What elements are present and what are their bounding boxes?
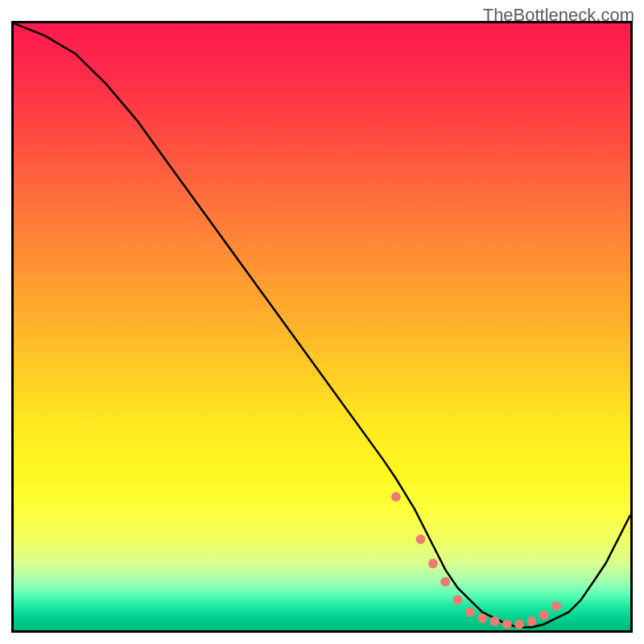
marker-point: [440, 577, 450, 587]
marker-point: [502, 620, 512, 630]
marker-point: [428, 559, 438, 568]
marker-point: [514, 620, 524, 630]
plot-area: [11, 21, 633, 633]
bottleneck-curve: [14, 23, 630, 627]
marker-point: [453, 595, 463, 605]
curve-svg: [14, 23, 630, 630]
marker-point: [551, 601, 561, 611]
marker-point: [391, 492, 401, 502]
marker-point: [416, 535, 426, 544]
marker-point: [527, 617, 537, 626]
marker-point: [490, 617, 500, 626]
marker-point: [539, 610, 549, 620]
marker-point: [477, 613, 487, 623]
marker-point: [465, 607, 475, 617]
watermark-text: TheBottleneck.com: [483, 5, 634, 26]
chart-container: TheBottleneck.com: [0, 0, 644, 644]
curve-group: [14, 23, 630, 629]
